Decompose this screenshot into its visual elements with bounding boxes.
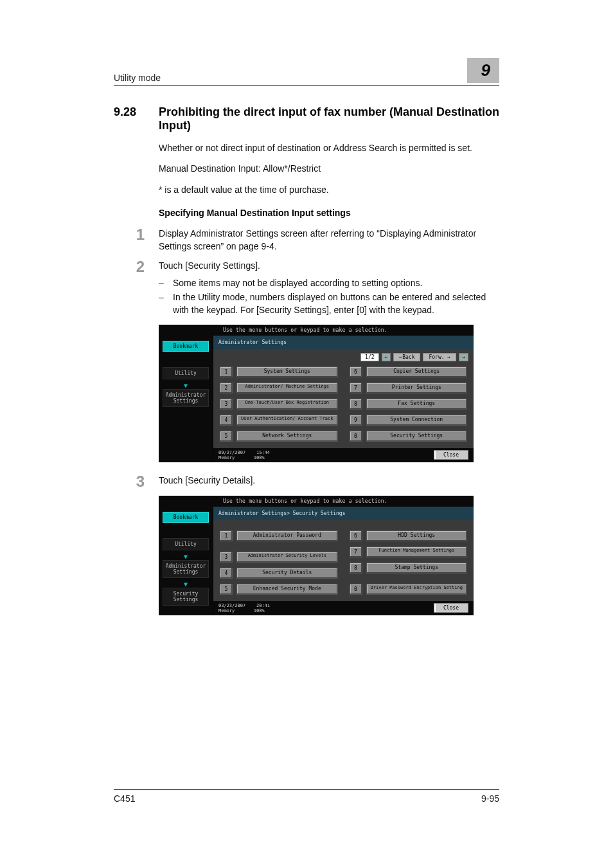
body-paragraph: Whether or not direct input of destinati… [159, 141, 499, 154]
menu-button[interactable]: Security Settings [366, 431, 468, 442]
close-button[interactable]: Close [434, 603, 468, 613]
panel-memory-label: Memory [218, 455, 235, 460]
breadcrumb-utility[interactable]: Utility [163, 367, 209, 379]
footer-model: C451 [114, 793, 135, 804]
menu-number-button[interactable]: 7 [350, 383, 362, 393]
menu-number-button[interactable]: 0 [350, 431, 362, 442]
panel-title-bar: Administrator Settings> Security Setting… [213, 507, 474, 520]
arrow-right-icon[interactable]: → [459, 353, 468, 361]
body-paragraph: Manual Destination Input: Allow*/Restric… [159, 162, 499, 175]
menu-button[interactable]: System Connection [366, 415, 468, 426]
step-item: 2 Touch [Security Settings]. –Some items… [114, 259, 499, 318]
step-number: 1 [114, 227, 145, 253]
touchscreen-panel-security-settings: Use the menu buttons or keypad to make a… [159, 496, 474, 615]
chevron-down-icon: ▼ [163, 554, 209, 559]
menu-button[interactable]: Enhanced Security Mode [236, 584, 338, 595]
menu-button[interactable]: System Settings [236, 366, 338, 377]
arrow-left-icon[interactable]: ← [382, 353, 391, 361]
menu-number-button[interactable]: 0 [350, 584, 362, 595]
step-subitem: In the Utility mode, numbers displayed o… [173, 291, 499, 317]
menu-number-button[interactable]: 1 [220, 530, 233, 541]
chevron-down-icon: ▼ [163, 383, 209, 388]
menu-button[interactable]: HDD Settings [366, 530, 468, 541]
menu-number-button[interactable]: 5 [220, 431, 233, 442]
menu-button[interactable]: Fax Settings [366, 399, 468, 410]
page-footer: C451 9-95 [114, 789, 499, 804]
menu-button[interactable]: Stamp Settings [366, 563, 468, 574]
chevron-down-icon: ▼ [163, 582, 209, 586]
panel-time: 15:44 [256, 450, 270, 455]
menu-number-button[interactable]: 3 [220, 399, 233, 410]
step-number: 3 [114, 474, 145, 489]
menu-button[interactable]: Function Management Settings [366, 547, 468, 557]
menu-number-button[interactable]: 6 [350, 530, 362, 541]
panel-instruction: Use the menu buttons or keypad to make a… [159, 325, 474, 336]
panel-date: 03/23/2007 [218, 603, 245, 608]
panel-memory-value: 100% [254, 455, 265, 460]
bookmark-tab[interactable]: Bookmark [163, 341, 209, 352]
panel-memory-label: Memory [218, 608, 235, 613]
menu-button[interactable]: Administrator Password [236, 530, 338, 541]
menu-number-button[interactable]: 9 [350, 415, 362, 426]
panel-date: 09/27/2007 [218, 450, 245, 455]
back-button[interactable]: ←Back [393, 353, 420, 361]
menu-button[interactable]: One-Touch/User Box Registration [236, 399, 338, 410]
panel-time: 20:41 [256, 603, 270, 608]
running-head: Utility mode 9 [114, 58, 499, 86]
step-item: 1 Display Administrator Settings screen … [114, 227, 499, 253]
step-item: 3 Touch [Security Details]. [114, 474, 499, 489]
menu-button[interactable]: Security Details [236, 568, 338, 579]
menu-number-button[interactable]: 1 [220, 366, 233, 377]
procedure-subhead: Specifying Manual Destination Input sett… [159, 208, 499, 218]
breadcrumb-admin-settings[interactable]: Administrator Settings [163, 560, 209, 578]
menu-number-button[interactable]: 2 [220, 383, 233, 393]
menu-button[interactable]: Network Settings [236, 431, 338, 442]
menu-button[interactable]: User Authentication/ Account Track [236, 415, 338, 426]
page-indicator: 1/2 [360, 353, 378, 361]
menu-number-button[interactable]: 6 [350, 366, 362, 377]
body-paragraph: * is a default value at the time of purc… [159, 183, 499, 196]
menu-button[interactable]: Driver Password Encryption Setting [366, 584, 468, 595]
panel-title-bar: Administrator Settings [213, 336, 474, 349]
menu-number-button[interactable]: 4 [220, 415, 233, 426]
step-text: Touch [Security Settings]. –Some items m… [159, 259, 499, 318]
menu-number-button[interactable]: 8 [350, 563, 362, 574]
breadcrumb-security-settings[interactable]: Security Settings [163, 588, 209, 606]
panel-instruction: Use the menu buttons or keypad to make a… [159, 496, 474, 507]
section-heading: 9.28 Prohibiting the direct input of fax… [114, 105, 499, 132]
step-subitem: Some items may not be displayed accordin… [173, 276, 422, 289]
running-head-text: Utility mode [114, 73, 161, 83]
menu-number-button[interactable]: 7 [350, 547, 362, 557]
touchscreen-panel-admin-settings: Use the menu buttons or keypad to make a… [159, 325, 474, 462]
breadcrumb-utility[interactable]: Utility [163, 538, 209, 550]
bookmark-tab[interactable]: Bookmark [163, 512, 209, 523]
section-title: Prohibiting the direct input of fax numb… [159, 105, 499, 132]
menu-number-button[interactable]: 3 [220, 552, 233, 563]
footer-page: 9-95 [481, 793, 499, 804]
menu-number-button[interactable]: 5 [220, 584, 233, 595]
step-number: 2 [114, 259, 145, 318]
forward-button[interactable]: Forw. → [423, 353, 456, 361]
chapter-number-box: 9 [467, 58, 499, 83]
menu-button[interactable]: Printer Settings [366, 383, 468, 393]
close-button[interactable]: Close [434, 450, 468, 460]
step-text: Display Administrator Settings screen af… [159, 227, 499, 253]
section-number: 9.28 [114, 105, 146, 132]
section-body: Whether or not direct input of destinati… [159, 141, 499, 196]
step-text: Touch [Security Details]. [159, 474, 499, 489]
menu-button[interactable]: Administrator/ Machine Settings [236, 383, 338, 393]
menu-number-button[interactable]: 8 [350, 399, 362, 410]
menu-button[interactable]: Copier Settings [366, 366, 468, 377]
menu-number-button[interactable]: 4 [220, 568, 233, 579]
panel-memory-value: 100% [254, 608, 265, 613]
menu-button[interactable]: Administrator Security Levels [236, 552, 338, 563]
breadcrumb-admin-settings[interactable]: Administrator Settings [163, 389, 209, 407]
